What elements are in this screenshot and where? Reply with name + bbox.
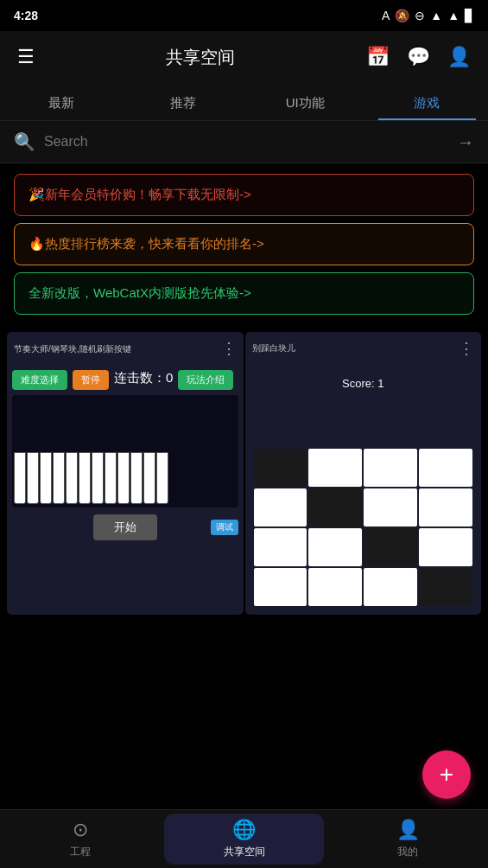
tile-cell[interactable]: [254, 568, 307, 606]
calendar-icon[interactable]: 📅: [363, 42, 393, 72]
search-input[interactable]: [44, 134, 448, 150]
tile-cell[interactable]: [419, 488, 472, 527]
tile-cell[interactable]: [419, 568, 472, 606]
banner-ranking[interactable]: 🔥热度排行榜来袭，快来看看你的排名->: [14, 223, 474, 265]
card-tiles-body: Score: 1: [245, 365, 482, 615]
piano-key[interactable]: [117, 452, 130, 504]
tab-games[interactable]: 游戏: [366, 83, 488, 120]
tab-latest[interactable]: 最新: [0, 83, 122, 120]
tile-cell[interactable]: [308, 488, 362, 527]
piano-key[interactable]: [14, 452, 26, 504]
tile-cell[interactable]: [308, 568, 362, 606]
start-btn-area: 开始: [12, 514, 238, 540]
score-text: Score: 1: [250, 370, 477, 393]
menu-icon[interactable]: ☰: [14, 42, 38, 72]
card-piano-menu-icon[interactable]: ⋮: [221, 339, 237, 358]
tile-cell[interactable]: [364, 528, 417, 566]
nav-shared-space[interactable]: 🌐 共享空间: [164, 814, 325, 865]
banner-beta[interactable]: 全新改版，WebCatX内测版抢先体验->: [14, 272, 474, 315]
tile-cell[interactable]: [364, 488, 417, 527]
message-icon[interactable]: 💬: [403, 42, 434, 72]
card-tiles-header: 别踩白块儿 ⋮: [245, 332, 482, 365]
banners-section: 🎉新年会员特价购！畅享下载无限制-> 🔥热度排行榜来袭，快来看看你的排名-> 全…: [0, 163, 488, 325]
notif-icon: 🔕: [395, 9, 409, 22]
piano-play-area[interactable]: [12, 395, 238, 507]
piano-key[interactable]: [27, 452, 39, 504]
search-icon: 🔍: [14, 131, 35, 152]
tile-cell[interactable]: [254, 488, 307, 527]
status-time: 4:28: [14, 9, 38, 22]
fab-add-button[interactable]: +: [422, 750, 471, 799]
tiles-grid[interactable]: [250, 445, 477, 610]
banner-newyear[interactable]: 🎉新年会员特价购！畅享下载无限制->: [14, 174, 474, 216]
tab-bar: 最新 推荐 UI功能 游戏: [0, 83, 488, 121]
cards-grid: 节奏大师/钢琴块,随机刷新按键 ⋮ 难度选择 暂停 连击数：0 玩法介绍: [0, 325, 488, 615]
signal-icon: ▲: [447, 9, 459, 22]
nav-shared-icon: 🌐: [232, 819, 256, 841]
card-piano-header: 节奏大师/钢琴块,随机刷新按键 ⋮: [7, 332, 244, 365]
tab-recommend[interactable]: 推荐: [122, 83, 244, 120]
piano-key[interactable]: [143, 452, 155, 504]
card-piano-body: 难度选择 暂停 连击数：0 玩法介绍: [7, 365, 244, 546]
bottom-nav: ⊙ 工程 🌐 共享空间 👤 我的: [0, 809, 488, 868]
app-title: 共享空间: [48, 46, 352, 69]
tile-cell[interactable]: [419, 528, 472, 566]
piano-key[interactable]: [156, 452, 168, 504]
piano-key[interactable]: [40, 452, 52, 504]
stop-button[interactable]: 暂停: [73, 370, 109, 390]
nav-mine-label: 我的: [397, 845, 418, 859]
tile-cell[interactable]: [364, 449, 417, 487]
guide-button[interactable]: 玩法介绍: [178, 370, 233, 390]
nav-projects-icon: ⊙: [73, 819, 88, 841]
wifi-icon: ▲: [430, 9, 442, 22]
combo-text: 连击数：0: [114, 370, 173, 386]
debug-label: 调试: [211, 520, 238, 535]
tile-cell[interactable]: [254, 449, 307, 487]
card-tiles-title: 别踩白块儿: [252, 342, 295, 354]
card-tiles-menu-icon[interactable]: ⋮: [459, 339, 474, 358]
search-bar: 🔍 →: [0, 121, 488, 163]
nav-projects[interactable]: ⊙ 工程: [0, 810, 161, 868]
card-piano-title: 节奏大师/钢琴块,随机刷新按键: [14, 343, 131, 354]
card-tiles: 别踩白块儿 ⋮ Score: 1: [245, 332, 482, 615]
tile-cell[interactable]: [308, 528, 362, 566]
card-piano-controls: 难度选择 暂停 连击数：0 玩法介绍: [12, 370, 238, 390]
card-piano: 节奏大师/钢琴块,随机刷新按键 ⋮ 难度选择 暂停 连击数：0 玩法介绍: [7, 332, 244, 615]
tile-cell[interactable]: [419, 449, 472, 487]
nav-mine[interactable]: 👤 我的: [327, 810, 488, 868]
sim-icon: A: [382, 9, 390, 22]
piano-key[interactable]: [92, 452, 104, 504]
nav-mine-icon: 👤: [396, 819, 420, 841]
nav-projects-label: 工程: [70, 845, 91, 859]
piano-key[interactable]: [66, 452, 78, 504]
battery-icon: ▊: [465, 9, 474, 22]
tile-cell[interactable]: [364, 568, 417, 606]
piano-key[interactable]: [79, 452, 91, 504]
nav-shared-label: 共享空间: [224, 845, 265, 859]
piano-key[interactable]: [53, 452, 65, 504]
difficulty-button[interactable]: 难度选择: [12, 370, 67, 390]
tile-cell[interactable]: [254, 528, 307, 566]
app-bar: ☰ 共享空间 📅 💬 👤: [0, 31, 488, 83]
piano-key[interactable]: [105, 452, 117, 504]
dnd-icon: ⊖: [415, 9, 425, 22]
tile-cell[interactable]: [308, 449, 362, 487]
tab-ui[interactable]: UI功能: [244, 83, 366, 120]
search-arrow-icon[interactable]: →: [457, 132, 474, 152]
start-button[interactable]: 开始: [93, 514, 157, 540]
status-icons: A 🔕 ⊖ ▲ ▲ ▊: [382, 9, 474, 22]
profile-icon[interactable]: 👤: [444, 42, 474, 72]
status-bar: 4:28 A 🔕 ⊖ ▲ ▲ ▊: [0, 0, 488, 31]
piano-key[interactable]: [130, 452, 143, 504]
